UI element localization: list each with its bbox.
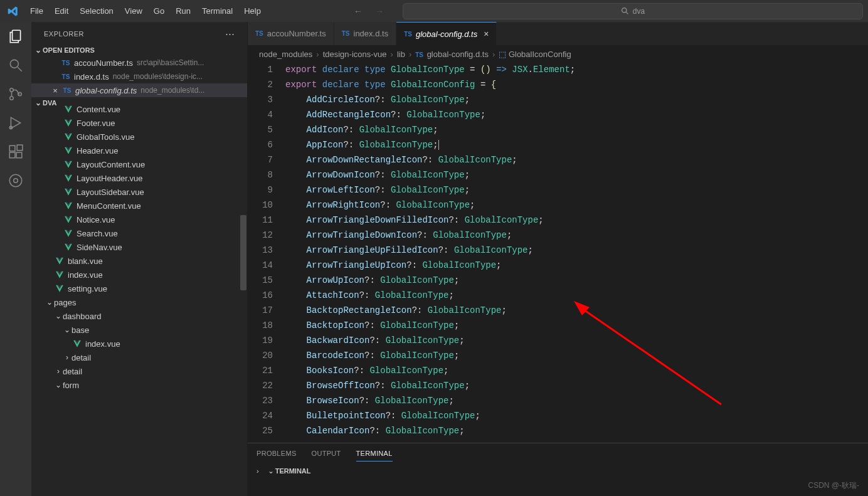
vue-icon: [71, 339, 83, 348]
svg-point-5: [10, 88, 13, 92]
vue-icon: [54, 284, 65, 293]
tree-item[interactable]: LayoutHeader.vue: [31, 171, 247, 185]
vue-icon: [63, 187, 74, 196]
tree-item-label: Search.vue: [77, 229, 118, 238]
tree-item[interactable]: LayoutContent.vue: [31, 157, 247, 171]
explorer-activity-icon[interactable]: [8, 28, 24, 45]
menu-item-help[interactable]: Help: [239, 4, 266, 18]
close-icon[interactable]: ×: [484, 29, 489, 39]
tree-item[interactable]: index.vue: [31, 268, 247, 282]
breadcrumb-item[interactable]: lib: [397, 50, 405, 59]
breadcrumb-item[interactable]: ⬚ GlobalIconConfig: [499, 50, 571, 59]
explorer-title: EXPLORER: [44, 30, 84, 38]
extensions-activity-icon[interactable]: [8, 144, 24, 160]
menu-item-run[interactable]: Run: [171, 4, 196, 18]
editor-tab[interactable]: TSglobal-config.d.ts×: [396, 22, 497, 45]
tree-item[interactable]: SideNav.vue: [31, 240, 247, 254]
tree-item[interactable]: blank.vue: [31, 254, 247, 268]
svg-rect-12: [17, 145, 23, 150]
svg-line-4: [18, 67, 22, 71]
tree-item[interactable]: LayoutSidebar.vue: [31, 185, 247, 199]
tree-item[interactable]: MenuContent.vue: [31, 199, 247, 213]
tree-item[interactable]: ⌄ form: [31, 378, 247, 392]
tree-item-label: LayoutSidebar.vue: [77, 187, 144, 197]
nav-forward-icon[interactable]: →: [375, 6, 384, 16]
menu-item-go[interactable]: Go: [149, 4, 169, 18]
terminal-header[interactable]: › ⌄ TERMINAL: [248, 462, 868, 480]
tree-item-label: detail: [71, 353, 91, 362]
panel-tab-terminal[interactable]: TERMINAL: [356, 447, 393, 462]
file-name: global-config.d.ts: [75, 86, 137, 95]
vue-icon: [63, 174, 74, 182]
run-debug-activity-icon[interactable]: [8, 115, 24, 131]
tree-item-label: Content.vue: [77, 105, 120, 114]
tree-item-label: Footer.vue: [77, 119, 115, 128]
code-editor[interactable]: 1234567891011121314151617181920212223242…: [248, 62, 868, 443]
typescript-icon: TS: [255, 30, 263, 37]
open-editor-item[interactable]: TSaccouNumber.tssrc\api\basicSettin...: [31, 56, 247, 70]
tree-item-label: setting.vue: [68, 284, 107, 293]
chevron-right-icon: ›: [257, 467, 259, 475]
close-icon[interactable]: ×: [50, 86, 60, 95]
svg-line-1: [626, 12, 628, 14]
svg-rect-10: [9, 152, 15, 158]
search-activity-icon[interactable]: [8, 57, 24, 73]
file-path: node_modules\td...: [140, 86, 204, 95]
remote-activity-icon[interactable]: [8, 172, 24, 189]
open-editor-item[interactable]: ×TSglobal-config.d.tsnode_modules\td...: [31, 83, 247, 97]
explorer-sidebar: EXPLORER ⋯ ⌄ OPEN EDITORS TSaccouNumber.…: [31, 22, 248, 496]
chevron-down-icon: ⌄: [267, 467, 275, 475]
breadcrumb[interactable]: node_modules›tdesign-icons-vue›lib›TS gl…: [248, 46, 868, 62]
code-content[interactable]: export declare type GlobalIconType = () …: [285, 62, 868, 443]
vue-icon: [63, 119, 74, 127]
terminal-label: TERMINAL: [275, 467, 311, 475]
file-name: index.d.ts: [74, 72, 109, 82]
explorer-more-icon[interactable]: ⋯: [225, 28, 235, 40]
tree-item[interactable]: GlobalTools.vue: [31, 130, 247, 144]
panel-tab-output[interactable]: OUTPUT: [312, 447, 341, 462]
tree-item-label: index.vue: [85, 339, 120, 349]
tree-item[interactable]: ⌄ dashboard: [31, 309, 247, 323]
line-gutter: 1234567891011121314151617181920212223242…: [248, 62, 285, 443]
tree-item[interactable]: Search.vue: [31, 226, 247, 240]
tree-item[interactable]: ⌄ pages: [31, 295, 247, 309]
typescript-icon: TS: [61, 87, 73, 94]
vue-icon: [63, 201, 74, 210]
vue-icon: [54, 270, 65, 279]
panel-tab-problems[interactable]: PROBLEMS: [257, 447, 297, 462]
nav-back-icon[interactable]: ←: [354, 6, 363, 16]
tree-item[interactable]: setting.vue: [31, 282, 247, 295]
editor-tab[interactable]: TSaccouNumber.ts: [248, 22, 334, 45]
command-center-search[interactable]: dva: [403, 3, 863, 19]
menu-item-terminal[interactable]: Terminal: [197, 4, 238, 18]
svg-point-13: [9, 174, 22, 187]
menu-item-selection[interactable]: Selection: [75, 4, 118, 18]
chevron-right-icon: ›: [63, 353, 71, 362]
breadcrumb-item[interactable]: node_modules: [259, 50, 312, 59]
menu-item-view[interactable]: View: [120, 4, 147, 18]
breadcrumb-item[interactable]: TS global-config.d.ts: [415, 50, 489, 59]
tree-item[interactable]: › detail: [31, 364, 247, 378]
tree-item-label: form: [63, 381, 79, 390]
typescript-icon: TS: [404, 31, 412, 38]
breadcrumb-item[interactable]: tdesign-icons-vue: [323, 50, 387, 59]
scrollbar-thumb[interactable]: [240, 215, 246, 290]
tree-item[interactable]: › detail: [31, 351, 247, 364]
editor-tab[interactable]: TSindex.d.ts: [334, 22, 396, 45]
open-editors-header[interactable]: ⌄ OPEN EDITORS: [31, 45, 247, 56]
tree-item[interactable]: Notice.vue: [31, 213, 247, 226]
open-editor-item[interactable]: TSindex.d.tsnode_modules\tdesign-ic...: [31, 70, 247, 83]
tree-item[interactable]: Content.vue: [31, 102, 247, 116]
search-text: dva: [633, 7, 645, 16]
tree-item[interactable]: Header.vue: [31, 144, 247, 157]
tree-item[interactable]: Footer.vue: [31, 116, 247, 130]
tree-item[interactable]: index.vue: [31, 337, 247, 351]
svg-point-0: [622, 8, 626, 13]
svg-rect-2: [13, 30, 21, 40]
tree-item[interactable]: ⌄ base: [31, 323, 247, 337]
tree-item-label: GlobalTools.vue: [77, 132, 135, 142]
vue-icon: [63, 215, 74, 224]
source-control-activity-icon[interactable]: [8, 86, 24, 102]
menu-item-edit[interactable]: Edit: [50, 4, 73, 18]
menu-item-file[interactable]: File: [25, 4, 48, 18]
